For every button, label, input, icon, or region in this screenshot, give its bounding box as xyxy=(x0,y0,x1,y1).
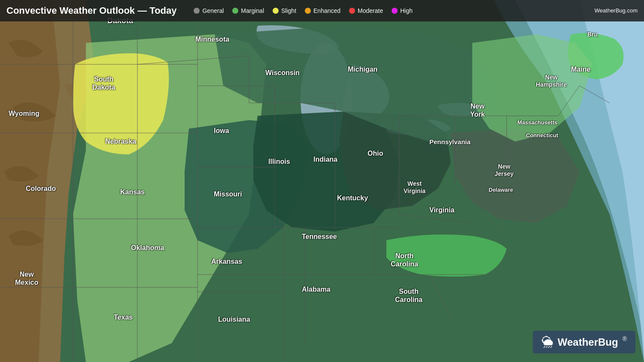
weatherbug-logo-text: WeatherBug xyxy=(558,336,618,348)
legend-label-slight: Slight xyxy=(281,7,296,14)
legend-item-moderate: Moderate xyxy=(349,7,383,14)
weatherbug-logo-bottom: 🌦 WeatherBug ® xyxy=(533,331,635,353)
legend-dot-high xyxy=(392,8,398,14)
header: Convective Weather Outlook — Today Gener… xyxy=(0,0,644,21)
map-svg xyxy=(0,0,644,362)
weatherbug-url: WeatherBug.com xyxy=(595,0,638,21)
legend-item-high: High xyxy=(392,7,413,14)
legend-item-general: General xyxy=(194,7,224,14)
legend-item-enhanced: Enhanced xyxy=(305,7,340,14)
legend-dot-marginal xyxy=(232,8,238,14)
legend-dot-slight xyxy=(273,8,279,14)
legend-label-moderate: Moderate xyxy=(358,7,383,14)
legend-dot-general xyxy=(194,8,200,14)
page-title: Convective Weather Outlook — Today xyxy=(6,5,176,16)
legend-dot-enhanced xyxy=(305,8,311,14)
legend-label-enhanced: Enhanced xyxy=(313,7,340,14)
legend-label-general: General xyxy=(202,7,224,14)
legend-label-high: High xyxy=(400,7,413,14)
legend-label-marginal: Marginal xyxy=(241,7,264,14)
legend: GeneralMarginalSlightEnhancedModerateHig… xyxy=(194,7,413,14)
legend-item-marginal: Marginal xyxy=(232,7,264,14)
legend-item-slight: Slight xyxy=(273,7,296,14)
legend-dot-moderate xyxy=(349,8,355,14)
weatherbug-icon: 🌦 xyxy=(541,335,553,349)
map-container: Convective Weather Outlook — Today Gener… xyxy=(0,0,644,362)
